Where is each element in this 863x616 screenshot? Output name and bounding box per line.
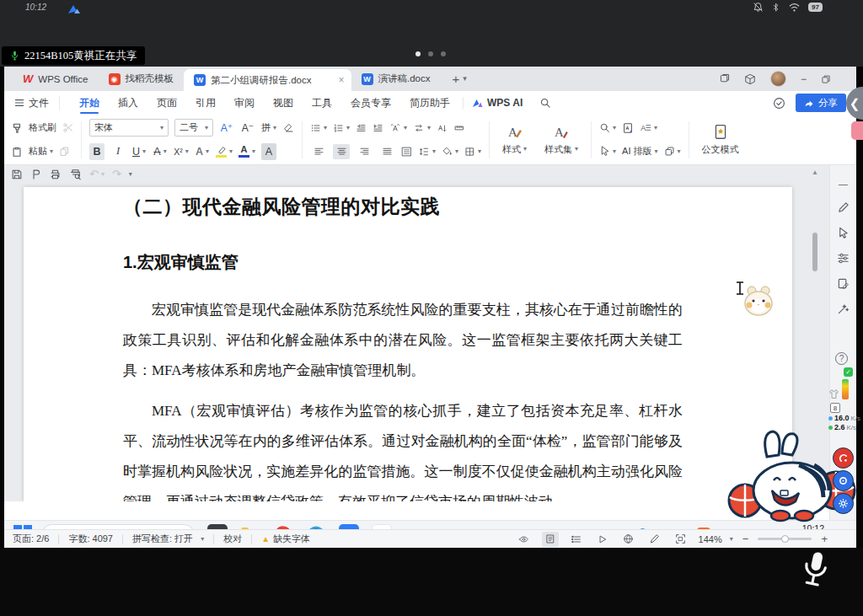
print-preview-icon[interactable]: [69, 169, 82, 180]
undo-button[interactable]: ↶▾: [89, 168, 105, 180]
character-scaling-button[interactable]: ▾: [389, 123, 407, 133]
settings-sliders-icon[interactable]: [837, 252, 850, 265]
outline-view-icon[interactable]: [568, 532, 585, 547]
tab-report-doc[interactable]: W 第二小组调研报告.docx ×: [184, 69, 351, 91]
sort-icon[interactable]: [437, 123, 448, 133]
font-color-button[interactable]: A ▾: [239, 143, 255, 160]
ink-annotate-icon[interactable]: [646, 532, 663, 547]
restore-window-button[interactable]: [821, 74, 831, 84]
borders-button[interactable]: ▾: [464, 147, 481, 157]
missing-fonts-button[interactable]: 缺失字体: [273, 533, 310, 545]
menu-search-icon[interactable]: [531, 97, 560, 109]
zoom-slider[interactable]: [758, 538, 812, 540]
shading-button[interactable]: ▾: [442, 147, 458, 157]
menu-item-insert[interactable]: 插入: [109, 91, 147, 115]
tab-speech-doc[interactable]: W 演讲稿.docx: [351, 67, 441, 91]
quickbar-customize-chevron-icon[interactable]: ▾: [129, 171, 132, 178]
italic-button[interactable]: I: [110, 143, 126, 160]
cut-icon[interactable]: [62, 122, 73, 133]
redo-button[interactable]: ↷: [112, 168, 121, 180]
integration-mode-icon[interactable]: [719, 73, 730, 84]
align-left-button[interactable]: [310, 144, 327, 159]
align-right-button[interactable]: [356, 144, 373, 159]
bullet-list-button[interactable]: ▾: [310, 123, 327, 133]
menu-item-resume-assistant[interactable]: 简历助手: [400, 91, 459, 115]
menu-item-page[interactable]: 页面: [147, 91, 186, 115]
bold-button[interactable]: B: [89, 143, 105, 160]
scroll-up-icon[interactable]: ▲: [811, 169, 819, 177]
menu-item-reference[interactable]: 引用: [186, 91, 225, 115]
strikethrough-button[interactable]: A▾: [153, 143, 168, 160]
distribute-button[interactable]: [401, 147, 412, 157]
ai-document-icon[interactable]: [622, 122, 634, 134]
spellcheck-toggle[interactable]: 拼写检查: 打开 ▾: [132, 533, 204, 545]
doc-edit-icon[interactable]: [837, 277, 850, 290]
tab-docer-templates[interactable]: ◉ 找稻壳模板: [99, 67, 185, 91]
menu-item-wps-ai[interactable]: WPS AI: [463, 97, 531, 109]
export-pdf-icon[interactable]: [30, 169, 41, 180]
save-icon[interactable]: [11, 169, 23, 180]
text-direction-button[interactable]: ▾: [413, 123, 431, 133]
text-tool-button[interactable]: A▾: [640, 122, 657, 133]
floating-pink-tab[interactable]: [851, 121, 863, 140]
pointer-icon[interactable]: [837, 227, 850, 239]
protect-eye-icon[interactable]: [516, 532, 533, 547]
copy-icon[interactable]: [59, 146, 70, 157]
help-icon[interactable]: ?: [835, 352, 848, 365]
zoom-level-select[interactable]: 144% ▾: [699, 534, 733, 544]
shrink-font-button[interactable]: A⁻: [240, 120, 255, 137]
official-document-mode-button[interactable]: 公文模式: [697, 124, 744, 156]
highlight-color-button[interactable]: ▾: [216, 143, 233, 160]
text-effects-button[interactable]: A▾: [195, 143, 210, 160]
justify-button[interactable]: [378, 144, 395, 159]
menu-item-membership[interactable]: 会员专享: [341, 91, 400, 115]
zoom-out-button[interactable]: −: [742, 533, 749, 545]
increase-indent-icon[interactable]: [373, 123, 383, 133]
workspace-cube-icon[interactable]: [744, 73, 756, 85]
menu-item-tools[interactable]: 工具: [303, 91, 341, 115]
proofread-button[interactable]: 校对: [223, 533, 242, 545]
superscript-button[interactable]: X²▾: [174, 143, 189, 160]
annotate-pen-icon[interactable]: [837, 201, 850, 214]
pinyin-guide-button[interactable]: 拼▾: [261, 120, 276, 137]
menu-file[interactable]: 文件: [14, 96, 60, 110]
scrollbar-thumb[interactable]: [812, 233, 817, 271]
font-name-select[interactable]: 宋体▾: [89, 119, 169, 137]
word-count[interactable]: 字数: 4097: [68, 533, 113, 545]
numbered-list-button[interactable]: ▾: [333, 123, 350, 133]
close-tab-icon[interactable]: ×: [339, 74, 345, 86]
style-set-button[interactable]: A 样式集▾: [539, 124, 583, 156]
text-layout-icon[interactable]: [453, 123, 465, 133]
decrease-indent-icon[interactable]: [356, 123, 367, 133]
select-tool-button[interactable]: ▾: [599, 146, 616, 157]
zoom-slider-knob[interactable]: [781, 535, 789, 543]
document-page[interactable]: （二）现代金融风险管理的对比实践 1.宏观审慎监管 宏观审慎监管是现代金融体系防…: [24, 187, 792, 501]
settings-gear-button[interactable]: [833, 493, 854, 514]
user-avatar[interactable]: [770, 71, 786, 87]
tab-list-chevron-icon[interactable]: ▾: [463, 75, 467, 83]
font-size-select[interactable]: 二号▾: [174, 119, 213, 137]
fit-screen-icon[interactable]: [673, 532, 689, 547]
paste-icon[interactable]: [11, 146, 23, 158]
share-button[interactable]: 分享: [796, 94, 846, 112]
clear-format-icon[interactable]: [282, 122, 294, 133]
cloud-saved-icon[interactable]: [773, 97, 785, 110]
minimize-window-button[interactable]: −: [801, 73, 807, 85]
character-shading-button[interactable]: A: [261, 143, 276, 160]
magic-wand-icon[interactable]: [837, 303, 850, 315]
find-replace-button[interactable]: ▾: [599, 122, 616, 133]
zoom-in-button[interactable]: +: [821, 533, 828, 545]
read-mode-icon[interactable]: [594, 532, 611, 547]
new-tab-button[interactable]: +: [453, 72, 460, 86]
format-painter-icon[interactable]: [11, 122, 23, 134]
format-painter-label[interactable]: 格式刷: [29, 121, 56, 134]
menu-item-home[interactable]: 开始: [70, 91, 109, 115]
record-tool-button[interactable]: [833, 447, 854, 469]
web-layout-icon[interactable]: [620, 532, 637, 547]
tools-button[interactable]: [833, 470, 854, 491]
line-spacing-button[interactable]: ▾: [418, 147, 436, 157]
paste-button[interactable]: 粘贴▾: [29, 145, 53, 158]
menu-item-review[interactable]: 审阅: [225, 91, 264, 115]
page-view-icon[interactable]: [542, 532, 559, 547]
align-center-button[interactable]: [333, 144, 350, 159]
